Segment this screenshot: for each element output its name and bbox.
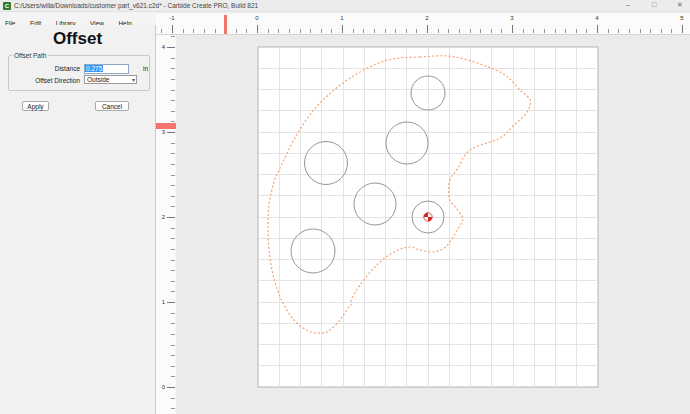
ruler-label: 4 [595,15,598,21]
ruler-tick [171,323,175,324]
ruler-label: 5 [680,15,683,21]
minimize-button[interactable]: – [622,1,634,8]
distance-label: Distance [0,65,80,72]
ruler-label: 4 [162,44,165,50]
menu-bar: File Edit Library View Help [0,12,156,25]
ruler-tick [268,29,269,33]
ruler-tick [533,29,534,33]
ruler-tick [204,29,205,33]
ruler-tick [565,29,566,33]
ruler-tick [501,29,502,33]
ruler-tick [171,68,175,69]
ruler-tick [171,249,175,250]
ruler-tick [171,270,175,271]
ruler-tick [172,25,173,33]
ruler-tick [215,29,216,33]
ruler-tick [480,29,481,33]
offset-panel: Offset Offset Path Distance 0.275 in Off… [0,25,156,414]
ruler-tick [171,398,175,399]
ruler-tick [171,281,175,282]
ruler-tick [171,90,175,91]
window-title: C:/Users/willa/Downloads/customer part_v… [14,2,258,9]
ruler-tick [171,408,175,409]
ruler-tick [246,29,247,33]
ruler-tick [661,29,662,33]
ruler-tick [167,47,175,48]
ruler-tick [171,58,175,59]
cancel-button[interactable]: Cancel [95,101,129,111]
ruler-tick [171,143,175,144]
ruler-tick [597,25,598,33]
ruler-tick [171,334,175,335]
ruler-tick [374,29,375,33]
ruler-tick [310,29,311,33]
ruler-tick [171,345,175,346]
ruler-tick [171,79,175,80]
ruler-label: 3 [510,15,513,21]
ruler-tick [321,29,322,33]
ruler-tick [171,36,175,37]
ruler-tick [385,29,386,33]
chevron-down-icon: ▾ [132,76,135,84]
ruler-tick [171,185,175,186]
ruler-tick [171,111,175,112]
ruler-tick [416,29,417,33]
ruler-tick [167,387,175,388]
ruler-tick [171,238,175,239]
ruler-tick [406,29,407,33]
ruler-tick [353,29,354,33]
design-canvas[interactable] [176,35,690,414]
ruler-tick [459,29,460,33]
maximize-button[interactable]: □ [648,1,660,8]
ruler-tick [171,164,175,165]
apply-button[interactable]: Apply [22,101,49,111]
ruler-tick [650,29,651,33]
ruler-tick [161,29,162,33]
ruler-tick [167,302,175,303]
ruler-tick [167,132,175,133]
ruler-label: 3 [162,129,165,135]
ruler-tick [171,175,175,176]
ruler-tick [555,29,556,33]
ruler-label: 2 [162,214,165,220]
ruler-tick [300,29,301,33]
distance-value: 0.275 [85,65,103,72]
ruler-tick [640,29,641,33]
ruler-tick [171,260,175,261]
ruler-tick [395,29,396,33]
ruler-tick [512,25,513,33]
ruler-tick [171,100,175,101]
ruler-tick [438,29,439,33]
horizontal-ruler: -1012345 [156,14,690,35]
ruler-label: -1 [169,15,174,21]
ruler-tick [171,376,175,377]
distance-input[interactable]: 0.275 [84,64,129,74]
ruler-tick [491,29,492,33]
close-button[interactable]: ✕ [674,1,686,9]
distance-unit: in [143,65,148,72]
ruler-label: 1 [340,15,343,21]
ruler-tick [544,29,545,33]
cursor-position-marker-y [156,123,176,129]
ruler-tick [331,29,332,33]
vertical-ruler: 01234 [156,35,176,414]
ruler-label: 0 [162,384,165,390]
ruler-tick [171,313,175,314]
ruler-tick [629,29,630,33]
ruler-tick [523,29,524,33]
ruler-tick [427,25,428,33]
offset-direction-label: Offset Direction [0,77,80,84]
app-icon: C [3,2,11,10]
panel-title: Offset [0,29,155,49]
ruler-tick [171,196,175,197]
ruler-tick [618,29,619,33]
ruler-label: 1 [162,299,165,305]
ruler-tick [608,29,609,33]
offset-direction-select[interactable]: Outside ▾ [84,75,137,84]
ruler-tick [682,25,683,33]
ruler-tick [576,29,577,33]
ruler-tick [193,29,194,33]
ruler-tick [470,29,471,33]
ruler-tick [278,29,279,33]
ruler-tick [448,29,449,33]
